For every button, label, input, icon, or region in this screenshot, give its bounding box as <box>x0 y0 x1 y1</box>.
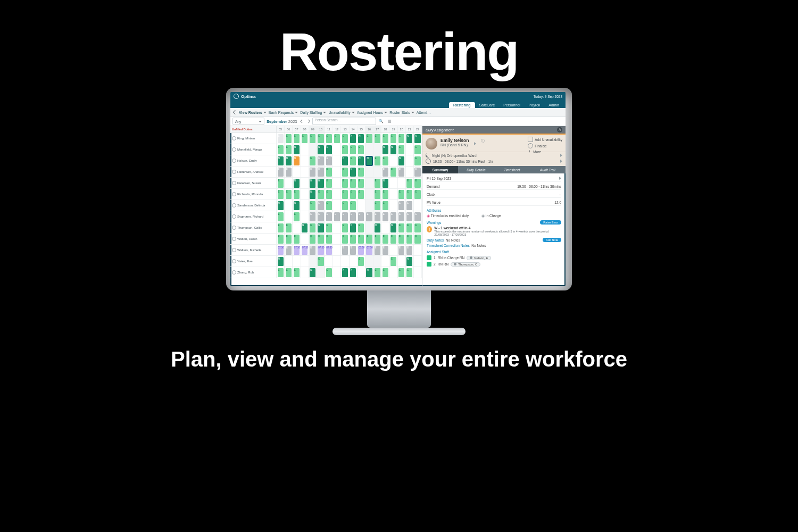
shift-cell[interactable]: E <box>406 245 414 255</box>
shift-cell[interactable]: 07:30 <box>365 245 373 255</box>
shift-cell[interactable]: E <box>325 222 333 233</box>
shift-cell[interactable]: N <box>293 155 301 166</box>
shift-cell[interactable]: 07:30 <box>325 245 333 255</box>
staff-name[interactable]: Sanderson, Belinda <box>230 200 277 211</box>
shift-cell[interactable]: E <box>309 211 317 222</box>
shift-cell[interactable]: E <box>414 222 422 233</box>
shift-cell[interactable] <box>333 200 341 211</box>
person-search-input[interactable]: Person Search… <box>312 118 376 125</box>
shift-cell[interactable]: E <box>341 211 349 222</box>
shift-cell[interactable]: N <box>389 144 397 155</box>
day-header[interactable]: 08 <box>301 126 309 132</box>
shift-cell[interactable]: E <box>398 245 406 255</box>
staff-name[interactable]: Petersen, Susan <box>230 178 277 188</box>
menu-assigned-hours[interactable]: Assigned Hours <box>357 111 387 114</box>
shift-cell[interactable]: E <box>389 256 397 267</box>
shift-cell[interactable] <box>406 167 414 177</box>
shift-cell[interactable]: E <box>358 178 365 188</box>
shift-cell[interactable]: E <box>350 189 358 200</box>
shift-cell[interactable]: E <box>309 222 317 233</box>
shift-cell[interactable]: N <box>317 222 325 233</box>
shift-cell[interactable] <box>414 200 422 211</box>
shift-cell[interactable]: E <box>406 200 414 211</box>
shift-cell[interactable]: N <box>381 178 389 188</box>
shift-cell[interactable]: E <box>317 155 325 166</box>
shift-cell[interactable] <box>301 178 309 188</box>
shift-cell[interactable] <box>293 222 301 233</box>
menu-roster-stats[interactable]: Roster Stats <box>389 111 414 114</box>
shift-cell[interactable] <box>301 256 309 267</box>
shift-cell[interactable] <box>406 144 414 155</box>
shift-cell[interactable] <box>301 167 309 177</box>
shift-cell[interactable]: E <box>325 133 333 144</box>
shift-cell[interactable]: E <box>309 200 317 211</box>
shift-cell[interactable] <box>333 245 341 255</box>
menu-unavailability[interactable]: Unavailability <box>328 111 354 114</box>
day-header[interactable]: 06 <box>285 126 293 132</box>
shift-cell[interactable]: E <box>381 155 389 166</box>
shift-cell[interactable]: E <box>373 133 381 144</box>
shift-cell[interactable] <box>341 256 349 267</box>
shift-cell[interactable]: N <box>398 155 406 166</box>
shift-cell[interactable]: E <box>381 211 389 222</box>
day-header[interactable]: 17 <box>373 126 381 132</box>
shift-cell[interactable] <box>414 256 422 267</box>
shift-cell[interactable] <box>333 256 341 267</box>
shift-cell[interactable]: E <box>285 167 293 177</box>
shift-cell[interactable] <box>301 211 309 222</box>
shift-cell[interactable]: N <box>341 267 349 278</box>
filter-any[interactable]: Any <box>232 118 264 125</box>
staff-name[interactable]: Thompson, Callie <box>230 222 277 233</box>
shift-cell[interactable]: N <box>293 200 301 211</box>
shift-cell[interactable] <box>365 167 373 177</box>
shift-cell[interactable]: E <box>277 234 285 244</box>
shift-cell[interactable] <box>301 267 309 278</box>
shift-cell[interactable]: E <box>277 189 285 200</box>
shift-cell[interactable] <box>365 178 373 188</box>
shift-cell[interactable]: N <box>277 155 285 166</box>
shift-cell[interactable] <box>333 167 341 177</box>
staff-name[interactable]: Zhang, Rob <box>230 267 277 278</box>
shift-cell[interactable]: N <box>350 267 358 278</box>
shift-cell[interactable] <box>389 267 397 278</box>
shift-cell[interactable]: E <box>293 133 301 144</box>
shift-cell[interactable]: E <box>365 234 373 244</box>
shift-cell[interactable] <box>293 167 301 177</box>
shift-cell[interactable]: E <box>414 144 422 155</box>
raise-error-button[interactable]: Raise Error <box>540 220 561 225</box>
shift-cell[interactable]: N <box>309 267 317 278</box>
shift-cell[interactable]: E <box>373 200 381 211</box>
shift-cell[interactable] <box>389 155 397 166</box>
shift-cell[interactable]: E <box>414 234 422 244</box>
shift-cell[interactable] <box>398 256 406 267</box>
shift-cell[interactable] <box>373 256 381 267</box>
shift-cell[interactable]: N <box>317 178 325 188</box>
shift-cell[interactable]: E <box>350 144 358 155</box>
shift-cell[interactable]: E <box>317 167 325 177</box>
shift-cell[interactable]: E <box>285 222 293 233</box>
shift-cell[interactable]: E <box>285 144 293 155</box>
shift-cell[interactable] <box>333 234 341 244</box>
shift-cell[interactable] <box>373 144 381 155</box>
tab-payroll[interactable]: Payroll <box>525 102 544 108</box>
staff-name[interactable]: Nelson, Emily <box>230 155 277 166</box>
day-header[interactable]: 13 <box>341 126 349 132</box>
shift-cell[interactable] <box>365 189 373 200</box>
shift-cell[interactable]: N <box>350 222 358 233</box>
menu-bank-requests[interactable]: Bank Requests <box>269 111 298 114</box>
shift-cell[interactable]: E <box>389 211 397 222</box>
add-note-button[interactable]: Add Note <box>543 238 561 242</box>
shift-cell[interactable]: E <box>406 222 414 233</box>
shift-cell[interactable]: N <box>285 155 293 166</box>
shift-cell[interactable] <box>381 256 389 267</box>
day-header[interactable]: 12 <box>333 126 341 132</box>
shift-cell[interactable]: E <box>398 222 406 233</box>
shift-cell[interactable]: E <box>293 267 301 278</box>
shift-cell[interactable] <box>301 155 309 166</box>
shift-cell[interactable]: E <box>389 167 397 177</box>
staff-name[interactable]: Walton, Helen <box>230 234 277 244</box>
shift-cell[interactable] <box>309 144 317 155</box>
shift-cell[interactable]: N <box>358 155 365 166</box>
shift-cell[interactable]: N <box>341 155 349 166</box>
shift-cell[interactable]: E <box>309 234 317 244</box>
